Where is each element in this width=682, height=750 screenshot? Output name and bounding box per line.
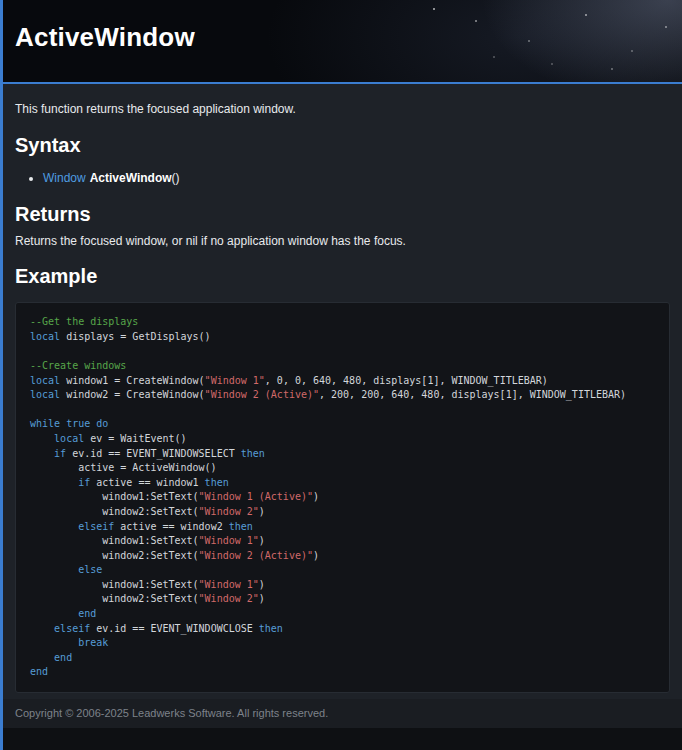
- function-name: ActiveWindow: [90, 171, 172, 185]
- syntax-entry: WindowActiveWindow(): [43, 169, 670, 187]
- page-footer: Copyright © 2006-2025 Leadwerks Software…: [3, 699, 682, 728]
- intro-text: This function returns the focused applic…: [15, 102, 670, 118]
- syntax-list: WindowActiveWindow(): [43, 169, 670, 187]
- page-title: ActiveWindow: [15, 22, 682, 53]
- example-heading: Example: [15, 265, 670, 288]
- main-content: This function returns the focused applic…: [3, 84, 682, 693]
- bottom-filler: [3, 728, 682, 750]
- function-params: (): [172, 171, 180, 185]
- page: ActiveWindow This function returns the f…: [0, 0, 682, 750]
- copyright-text: Copyright © 2006-2025 Leadwerks Software…: [15, 707, 328, 719]
- code-block: --Get the displayslocal displays = GetDi…: [15, 302, 670, 693]
- returns-text: Returns the focused window, or nil if no…: [15, 234, 670, 250]
- syntax-heading: Syntax: [15, 134, 670, 157]
- page-header: ActiveWindow: [3, 0, 682, 84]
- returns-heading: Returns: [15, 203, 670, 226]
- window-type-link[interactable]: Window: [43, 171, 86, 185]
